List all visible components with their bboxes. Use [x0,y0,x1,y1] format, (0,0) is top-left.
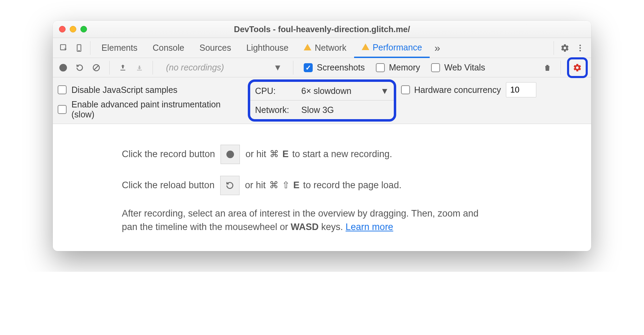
learn-more-link[interactable]: Learn more [345,222,393,232]
separator [109,61,110,75]
select-label: CPU: [255,86,296,96]
separator [90,41,90,55]
more-icon[interactable] [573,40,588,56]
svg-point-4 [579,47,581,48]
tab-elements[interactable]: Elements [94,38,145,58]
kbd-cmd-icon: ⌘ [270,147,279,161]
hint-text: Click the reload button [122,179,215,192]
inspect-element-icon[interactable] [56,40,71,56]
close-window-icon[interactable] [59,26,66,32]
chevron-down-icon: ▼ [273,63,282,73]
capture-settings-panel: Disable JavaScript samples Enable advanc… [53,77,591,124]
checkbox-label: Screenshots [317,63,365,73]
tab-console[interactable]: Console [145,38,192,58]
svg-rect-9 [137,70,142,70]
window-title: DevTools - foul-heavenly-direction.glitc… [234,25,410,34]
kbd-cmd-icon: ⌘ [269,179,279,192]
checkbox-label: Enable advanced paint instrumentation (s… [71,99,223,119]
separator [560,61,561,75]
capture-settings-icon[interactable] [570,60,585,75]
separator [153,61,153,75]
warning-icon [362,44,369,50]
gc-button[interactable] [540,61,554,75]
record-icon-inline [221,145,240,164]
checkbox-label: Web Vitals [444,63,485,73]
kbd-shift-icon: ⇧ [282,179,290,192]
tab-label: Network [315,43,347,53]
svg-point-3 [579,45,581,46]
panel-tabs: Elements Console Sources Lighthouse Netw… [53,38,591,58]
tab-label: Lighthouse [246,43,289,53]
checkbox-label: Disable JavaScript samples [71,85,177,95]
hint-text: or hit [245,179,266,192]
checkbox-icon [376,63,385,72]
tabs-overflow[interactable]: » [430,38,445,58]
checkbox-icon [304,63,313,72]
select-value: Slow 3G [301,105,334,115]
tab-lighthouse[interactable]: Lighthouse [239,38,296,58]
checkbox-label: Hardware concurrency [414,85,501,95]
webvitals-toggle[interactable]: Web Vitals [427,63,489,73]
load-profile-button[interactable] [116,61,130,75]
paint-instrumentation-toggle[interactable]: Enable advanced paint instrumentation (s… [58,99,243,119]
checkbox-label: Memory [389,63,420,73]
hardware-concurrency-input[interactable] [506,82,536,97]
kbd-key: E [293,179,300,192]
hint-text-bold: WASD [291,222,319,232]
checkbox-icon [58,85,67,94]
warning-icon [304,44,311,50]
checkbox-icon [401,85,410,94]
clear-button[interactable] [89,61,103,75]
select-value: 6× slowdown [301,86,351,96]
record-button[interactable] [56,61,70,75]
tab-performance[interactable]: Performance [354,38,430,58]
hint-text: keys. [319,222,345,232]
tab-label: Elements [101,43,137,53]
disable-js-samples-toggle[interactable]: Disable JavaScript samples [58,80,243,99]
titlebar: DevTools - foul-heavenly-direction.glitc… [53,21,591,38]
devtools-window: DevTools - foul-heavenly-direction.glitc… [53,21,591,251]
recording-select-label: (no recordings) [166,63,224,73]
tab-sources[interactable]: Sources [192,38,239,58]
tab-label: Console [153,43,184,53]
device-toolbar-icon[interactable] [71,40,87,56]
chevron-down-icon: ▼ [380,86,389,96]
select-label: Network: [255,105,296,115]
checkbox-icon [58,105,67,114]
kbd-key: E [282,147,289,161]
throttling-highlight: CPU: 6× slowdown ▼ Network: Slow 3G [248,79,396,122]
performance-empty-state: Click the record button or hit ⌘ E to st… [53,124,591,251]
reload-icon-inline [220,176,240,195]
screenshots-toggle[interactable]: Screenshots [300,63,369,73]
cpu-throttle-select[interactable]: CPU: 6× slowdown ▼ [250,82,394,100]
svg-point-5 [579,50,581,51]
separator [554,41,554,55]
separator [293,61,293,75]
network-throttle-select[interactable]: Network: Slow 3G [250,100,394,119]
hint-text: Click the record button [122,147,215,161]
hardware-concurrency-toggle[interactable]: Hardware concurrency [401,85,501,95]
capture-settings-highlight [567,57,588,78]
perf-toolbar: (no recordings) ▼ Screenshots Memory Web… [53,58,591,77]
tab-label: Performance [373,42,422,52]
reload-record-button[interactable] [73,61,87,75]
svg-line-7 [94,66,98,70]
recording-select[interactable]: (no recordings) ▼ [159,63,287,73]
window-controls [59,26,87,32]
tab-network[interactable]: Network [296,38,354,58]
hint-text: to start a new recording. [292,147,392,161]
minimize-window-icon[interactable] [70,26,76,32]
maximize-window-icon[interactable] [80,26,87,32]
hint-text: or hit [245,147,266,161]
svg-rect-8 [120,70,125,70]
tab-label: Sources [199,43,231,53]
memory-toggle[interactable]: Memory [372,63,424,73]
checkbox-icon [431,63,440,72]
hint-text: to record the page load. [303,179,401,192]
settings-icon[interactable] [557,40,573,56]
save-profile-button[interactable] [133,61,146,75]
